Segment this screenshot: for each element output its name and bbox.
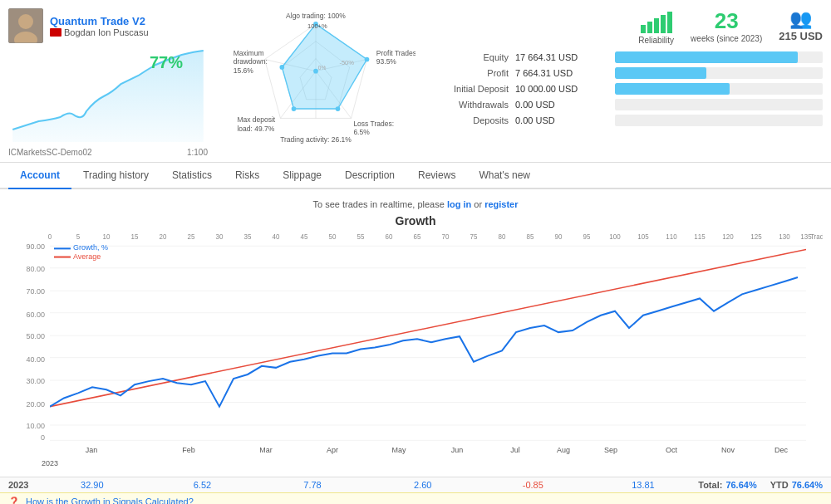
svg-text:0: 0 <box>48 233 52 241</box>
finance-value: 10 000.00 USD <box>515 84 615 94</box>
total-value: 76.64% <box>725 480 756 490</box>
reliability-bars <box>641 8 672 33</box>
svg-text:drawdown:: drawdown: <box>234 57 268 66</box>
svg-text:Trades: Trades <box>810 233 823 241</box>
weeks-num: 23 <box>715 8 739 34</box>
reliability-label: Reliability <box>638 36 674 45</box>
svg-text:0: 0 <box>41 433 45 442</box>
svg-text:Mar: Mar <box>259 446 272 454</box>
svg-text:115: 115 <box>694 233 706 241</box>
finance-label: Profit <box>424 68 515 78</box>
weeks-label: weeks (since 2023) <box>691 34 762 43</box>
finance-bar-container <box>615 99 823 110</box>
tab-account[interactable]: Account <box>8 163 71 189</box>
total-label: Total: <box>698 480 722 490</box>
svg-text:Apr: Apr <box>327 446 338 454</box>
svg-text:20: 20 <box>160 233 167 241</box>
growth-chart: 90.00 80.00 70.00 60.00 50.00 40.00 30.0… <box>8 231 823 472</box>
register-link[interactable]: register <box>484 199 518 209</box>
radar-section: Algo trading: 100% 100+% Profit Trades: … <box>216 8 416 157</box>
svg-text:105: 105 <box>637 233 649 241</box>
svg-text:130: 130 <box>779 233 790 241</box>
svg-text:60.00: 60.00 <box>27 311 45 319</box>
user-info: Bogdan Ion Puscasu <box>50 27 149 37</box>
svg-line-82 <box>50 249 806 406</box>
finance-section: Equity 17 664.31 USD Profit 7 664.31 USD… <box>424 51 823 157</box>
svg-text:110: 110 <box>666 233 677 241</box>
people-icon: 👥 <box>789 8 812 30</box>
chart-footer: ICMarketsSC-Demo02 1:100 <box>8 148 208 157</box>
finance-row: Profit 7 664.31 USD <box>424 67 823 79</box>
svg-text:2023: 2023 <box>42 459 58 467</box>
finance-bar <box>615 83 730 95</box>
svg-text:45: 45 <box>301 233 308 241</box>
svg-text:20.00: 20.00 <box>27 400 45 409</box>
realtime-notice: To see trades in realtime, please log in… <box>8 194 823 213</box>
tab-statistics[interactable]: Statistics <box>160 163 224 189</box>
reliability-box: Reliability <box>638 8 674 45</box>
svg-text:Dec: Dec <box>774 446 788 454</box>
svg-point-15 <box>336 106 341 111</box>
svg-text:100: 100 <box>609 233 621 241</box>
finance-label: Deposits <box>424 115 515 125</box>
finance-bar-container <box>615 83 823 95</box>
svg-text:Loss Trades:: Loss Trades: <box>353 120 394 128</box>
apr-val: 32.90 <box>37 480 147 490</box>
oct-val: 13.81 <box>588 480 699 490</box>
svg-point-1 <box>18 14 33 29</box>
svg-text:80.00: 80.00 <box>27 265 45 273</box>
svg-text:Jul: Jul <box>510 446 519 454</box>
main-content: To see trades in realtime, please log in… <box>0 189 831 477</box>
usd-num: 215 USD <box>779 30 823 42</box>
rel-bar-1 <box>641 25 646 33</box>
svg-text:15: 15 <box>131 233 139 241</box>
tab-description[interactable]: Description <box>333 163 406 189</box>
chart-title: Growth <box>8 214 823 228</box>
growth-pct: 77% <box>150 53 183 72</box>
profile-row: Quantum Trade V2 Bogdan Ion Puscasu <box>8 8 208 43</box>
svg-text:Max deposit: Max deposit <box>237 115 275 124</box>
svg-text:60: 60 <box>386 233 393 241</box>
question-icon: ❓ <box>8 497 20 504</box>
flag-icon <box>50 28 61 37</box>
svg-point-14 <box>365 57 370 62</box>
svg-text:120: 120 <box>722 233 734 241</box>
finance-row: Deposits 0.00 USD <box>424 115 823 126</box>
finance-bar <box>615 51 798 63</box>
leverage: 1:100 <box>187 148 208 157</box>
svg-text:6.5%: 6.5% <box>353 128 370 136</box>
growth-calc-link[interactable]: How is the Growth in Signals Calculated? <box>26 497 194 504</box>
realtime-text-mid: or <box>471 199 484 209</box>
svg-text:Feb: Feb <box>182 446 194 454</box>
finance-label: Withdrawals <box>424 100 515 110</box>
svg-text:Jun: Jun <box>451 446 463 454</box>
svg-text:Aug: Aug <box>557 446 570 454</box>
tab-slippage[interactable]: Slippage <box>271 163 333 189</box>
tab-reviews[interactable]: Reviews <box>406 163 467 189</box>
tab-trading-history[interactable]: Trading history <box>71 163 160 189</box>
finance-bar-container <box>615 51 823 63</box>
finance-label: Equity <box>424 52 515 62</box>
svg-text:35: 35 <box>244 233 252 241</box>
login-link[interactable]: log in <box>447 199 471 209</box>
profile-info: Quantum Trade V2 Bogdan Ion Puscasu <box>50 15 149 37</box>
svg-text:Jan: Jan <box>86 446 97 454</box>
usd-box: 👥 215 USD <box>779 8 823 42</box>
svg-text:5: 5 <box>76 233 81 241</box>
svg-text:25: 25 <box>188 233 195 241</box>
app-name[interactable]: Quantum Trade V2 <box>50 15 149 27</box>
svg-text:80: 80 <box>499 233 506 241</box>
svg-text:30: 30 <box>216 233 224 241</box>
finance-label: Initial Deposit <box>424 84 515 94</box>
avatar <box>8 8 43 43</box>
jul-val: 7.78 <box>258 480 368 490</box>
svg-text:40.00: 40.00 <box>27 355 45 364</box>
finance-row: Initial Deposit 10 000.00 USD <box>424 83 823 95</box>
svg-rect-83 <box>54 247 71 249</box>
svg-text:40: 40 <box>273 233 280 241</box>
svg-text:10.00: 10.00 <box>27 422 45 430</box>
tab-risks[interactable]: Risks <box>224 163 271 189</box>
finance-value: 0.00 USD <box>515 115 615 125</box>
tab-what's-new[interactable]: What's new <box>467 163 542 189</box>
svg-text:90: 90 <box>555 233 563 241</box>
